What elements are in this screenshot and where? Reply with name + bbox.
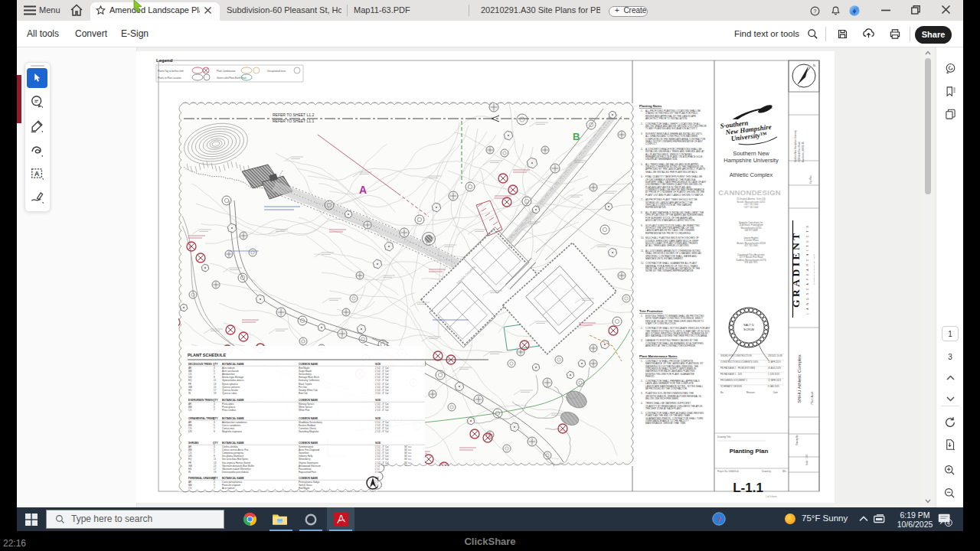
svg-text:Plants/Tag to be/that item: Plants/Tag to be/that item bbox=[158, 70, 184, 73]
svg-text:19: 19 bbox=[214, 392, 217, 395]
svg-text:978 443 7871: 978 443 7871 bbox=[744, 261, 758, 264]
svg-text:2 1/2 - 3" Cal: 2 1/2 - 3" Cal bbox=[375, 392, 389, 395]
svg-text:2500 North River Road: 2500 North River Road bbox=[798, 142, 801, 162]
svg-text:IN: IN bbox=[188, 392, 191, 395]
svg-text:2.: 2. bbox=[641, 327, 643, 330]
svg-text:1.: 1. bbox=[641, 360, 643, 363]
svg-text:BE PROVIDED BY THE CONTRACTOR.: BE PROVIDED BY THE CONTRACTOR. bbox=[645, 387, 688, 390]
svg-text:REFER TO SHEET L1.1: REFER TO SHEET L1.1 bbox=[273, 119, 314, 123]
svg-text:3.: 3. bbox=[641, 339, 643, 342]
svg-text:BELOW ONE INCH PER WEEK.: BELOW ONE INCH PER WEEK. bbox=[645, 397, 679, 400]
svg-text:?: ? bbox=[717, 515, 720, 523]
svg-text:Legend: Legend bbox=[156, 58, 173, 63]
svg-text:Magnolia virginiana: Magnolia virginiana bbox=[222, 430, 242, 433]
svg-text:COMMON NAME: COMMON NAME bbox=[299, 442, 318, 445]
svg-text:?: ? bbox=[814, 8, 817, 14]
svg-text:DECIDUOUS TREES: DECIDUOUS TREES bbox=[188, 363, 212, 366]
svg-text:Drawing Title: Drawing Title bbox=[717, 435, 731, 439]
svg-text:BOTANICAL NAME: BOTANICAL NAME bbox=[222, 417, 244, 420]
svg-text:QTY: QTY bbox=[213, 399, 218, 402]
svg-text:PB PACKAGE 2 - PB MILESTONES: PB PACKAGE 2 - PB MILESTONES bbox=[720, 367, 755, 370]
svg-text:8.: 8. bbox=[641, 211, 643, 214]
svg-text:Drawing No.: Drawing No. bbox=[795, 434, 799, 445]
svg-text:2/8/2021 10:38: 2/8/2021 10:38 bbox=[768, 354, 782, 357]
svg-text:ANY MATERIALS WITHIN THE TREE: ANY MATERIALS WITHIN THE TREE PROTECTION… bbox=[645, 334, 707, 337]
svg-text:11.: 11. bbox=[641, 249, 644, 253]
svg-text:Southern New Hampshire Univers: Southern New Hampshire University bbox=[794, 129, 797, 162]
svg-text:SIZE: SIZE bbox=[375, 417, 381, 420]
svg-text:TO ANY PLANTING AND EXCAVATION: TO ANY PLANTING AND EXCAVATION ACTIVITY. bbox=[645, 127, 697, 130]
svg-text:A: A bbox=[34, 170, 40, 178]
svg-text:Pinus strobus: Pinus strobus bbox=[222, 409, 237, 412]
svg-text:5.: 5. bbox=[641, 163, 643, 166]
svg-text:Hampshire University: Hampshire University bbox=[724, 157, 779, 164]
svg-text:AT ALL TREES AND SHRUB LOCATIO: AT ALL TREES AND SHRUB LOCATIONS. bbox=[645, 244, 690, 247]
svg-text:Sweetbay Magnolia: Sweetbay Magnolia bbox=[299, 430, 319, 433]
svg-text:Plant Maintenance Notes: Plant Maintenance Notes bbox=[639, 354, 678, 358]
svg-text:ARCHITECT PRIOR TO INSTALLATIO: ARCHITECT PRIOR TO INSTALLATION. bbox=[645, 117, 688, 120]
svg-text:508 877 6688: 508 877 6688 bbox=[744, 229, 758, 232]
svg-text:9.: 9. bbox=[641, 224, 643, 227]
svg-text:CONSTRUCTION DOCUMENTS 100%: CONSTRUCTION DOCUMENTS 100% bbox=[720, 360, 759, 364]
svg-text:PLANT SCHEDULE: PLANT SCHEDULE bbox=[188, 353, 226, 357]
svg-text:3.: 3. bbox=[641, 132, 643, 135]
svg-text:QTY: QTY bbox=[213, 417, 218, 420]
svg-text:BOTANICAL NAME: BOTANICAL NAME bbox=[222, 477, 244, 480]
svg-text:CANNONDESIGN: CANNONDESIGN bbox=[718, 188, 781, 197]
svg-text:MAINTAIN UNTIL ESTABLISHMENT.: MAINTAIN UNTIL ESTABLISHMENT. bbox=[645, 257, 684, 260]
svg-text:2 1/2 - 3" Cal: 2 1/2 - 3" Cal bbox=[375, 409, 389, 412]
svg-text:2 1/2 - 3" Cal: 2 1/2 - 3" Cal bbox=[375, 430, 389, 433]
svg-text:PERIOD.: PERIOD. bbox=[645, 375, 655, 378]
svg-text:ARBORIST AT THE CONTRACTORS EX: ARBORIST AT THE CONTRACTORS EXPENSE. bbox=[645, 344, 696, 347]
svg-text:PERENNIAL GRASSES: PERENNIAL GRASSES bbox=[188, 477, 215, 480]
svg-text:MAINTENANCE CREW AT THAT TIME.: MAINTENANCE CREW AT THAT TIME. bbox=[645, 422, 686, 425]
svg-text:REFER TO SHEET L1.2: REFER TO SHEET L1.2 bbox=[273, 112, 314, 117]
svg-text:CS: CS bbox=[188, 487, 191, 490]
svg-text:Plant Combination: Plant Combination bbox=[217, 70, 236, 73]
svg-text:3.: 3. bbox=[641, 392, 643, 395]
svg-text:SHALL BE INSTALLED PER PLANTIN: SHALL BE INSTALLED PER PLANTING DETAILS. bbox=[645, 171, 697, 174]
svg-text:Red Oak: Red Oak bbox=[299, 392, 308, 395]
svg-text:Revision: Revision bbox=[746, 391, 755, 394]
svg-text:Athletic Complex: Athletic Complex bbox=[730, 171, 773, 178]
svg-text:2.: 2. bbox=[641, 380, 643, 383]
svg-text:PROGRESS DOCUMENT 1: PROGRESS DOCUMENT 1 bbox=[720, 379, 748, 382]
svg-text:Plants to Plan Location: Plants to Plan Location bbox=[158, 77, 181, 80]
svg-text:L A N D S C A P E A R C H I: L A N D S C A P E A R C H I T E C T S bbox=[806, 225, 809, 315]
svg-text:Manchester, NH 03106: Manchester, NH 03106 bbox=[802, 142, 805, 162]
svg-text:Quercus rubra: Quercus rubra bbox=[222, 392, 237, 395]
svg-text:Key Plan: Key Plan bbox=[809, 175, 812, 184]
svg-text:2.: 2. bbox=[641, 122, 643, 126]
svg-text:17 Ivaloo St · Somerville: 17 Ivaloo St · Somerville · MA · 02143 bbox=[813, 253, 815, 285]
svg-text:BOTANICAL NAME: BOTANICAL NAME bbox=[222, 363, 244, 366]
svg-text:Project No. 006649.00: Project No. 006649.00 bbox=[717, 470, 739, 473]
svg-text:CS: CS bbox=[188, 409, 191, 412]
svg-text:21 APR 2019: 21 APR 2019 bbox=[768, 360, 781, 364]
svg-text:WORK BY THE OWNERS REPRESENTAT: WORK BY THE OWNERS REPRESENTATIVE. bbox=[645, 269, 694, 272]
svg-text:BSc: BSc bbox=[782, 470, 787, 473]
svg-text:REPRESENTATIVE.: REPRESENTATIVE. bbox=[645, 206, 667, 209]
svg-text:Red Maple: Red Maple bbox=[299, 487, 310, 490]
svg-text:Scale 1"=40: Scale 1"=40 bbox=[805, 454, 808, 465]
svg-text:COMMON NAME: COMMON NAME bbox=[299, 399, 318, 402]
svg-text:SCHEMATIC DESIGN: SCHEMATIC DESIGN bbox=[720, 385, 742, 388]
svg-text:1.: 1. bbox=[641, 315, 643, 318]
svg-text:EVERGREEN TREES: EVERGREEN TREES bbox=[188, 399, 213, 402]
svg-text:10.: 10. bbox=[641, 236, 644, 240]
svg-text:ORNAMENTAL TREES: ORNAMENTAL TREES bbox=[188, 417, 214, 420]
svg-text:White Pine: White Pine bbox=[299, 409, 310, 412]
svg-text:PB PACKAGE 1 - 50%: PB PACKAGE 1 - 50% bbox=[720, 373, 743, 376]
svg-text:ISSUED FOR CONSTRUCTION: ISSUED FOR CONSTRUCTION bbox=[720, 354, 751, 357]
svg-text:THE DRIP ZONE AT EACH PLANT.: THE DRIP ZONE AT EACH PLANT. bbox=[645, 407, 682, 410]
svg-text:Uncaptioned trees: Uncaptioned trees bbox=[267, 70, 286, 73]
svg-text:COMMON NAME: COMMON NAME bbox=[299, 417, 318, 420]
svg-text:UNDERLAY MEMBRANE SUB.: UNDERLAY MEMBRANE SUB. bbox=[645, 158, 678, 161]
svg-text:Drawn by: Drawn by bbox=[762, 470, 771, 473]
svg-text:SIZE: SIZE bbox=[375, 399, 381, 402]
svg-text:A: A bbox=[359, 184, 367, 196]
svg-text:COMMON NAME: COMMON NAME bbox=[299, 477, 318, 480]
svg-text:SNHU Athletic Complex: SNHU Athletic Complex bbox=[797, 354, 802, 403]
svg-text:Plant Audit: Plant Audit bbox=[811, 391, 814, 404]
svg-text:05 AUG 2019: 05 AUG 2019 bbox=[768, 367, 781, 370]
svg-text:8 JAN 2019: 8 JAN 2019 bbox=[768, 385, 779, 388]
